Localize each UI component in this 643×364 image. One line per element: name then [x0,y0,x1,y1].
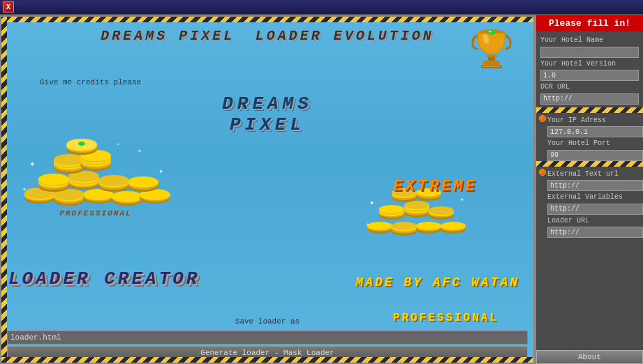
svg-point-74 [392,222,417,230]
svg-point-80 [441,222,466,230]
svg-point-77 [416,222,441,230]
title-loader-evo: LOADER EVOLUTION [256,28,434,44]
svg-text:✦: ✦ [29,158,36,169]
svg-point-22 [112,191,142,202]
svg-point-61 [78,142,85,146]
section-hotel: Your Hotel Name Your Hotel Version DCR U… [536,31,643,107]
ip-address-input[interactable] [547,126,643,137]
ip-fields: Your IP Adress Your Hotel Port [546,114,643,161]
hotel-version-label: Your Hotel Version [540,60,639,68]
section-dot-external [539,169,546,176]
section-dot-ip [539,115,546,122]
hotel-port-input[interactable] [547,150,643,161]
hotel-version-input[interactable] [540,70,639,81]
header-area: DREAMS PIXEL LOADER EVOLUTION [36,28,498,44]
svg-point-70 [367,222,392,230]
svg-point-40 [98,175,129,186]
stripe-border-bottom [1,357,533,363]
svg-point-43 [128,176,158,188]
svg-rect-6 [483,61,500,65]
hotel-name-label: Your Hotel Name [540,36,639,44]
hotel-port-label: Your Hotel Port [547,139,643,147]
section-external: External Text url External Variables Loa… [536,167,643,238]
svg-rect-8 [482,66,501,67]
svg-point-3 [489,31,492,33]
external-vars-input[interactable] [547,204,643,215]
close-button[interactable]: X [3,1,14,13]
stripe-divider-2 [536,161,643,167]
spacer [536,238,643,350]
dcr-url-label: DCR URL [540,83,639,91]
svg-text:✦: ✦ [138,147,142,155]
filename-input-area [7,331,528,344]
svg-point-95 [429,206,454,215]
save-label: Save loader as [235,317,300,326]
stripe-divider-1 [536,107,643,113]
svg-point-2 [488,29,495,35]
dcr-url-input[interactable] [540,93,639,105]
extreme-text: EXTREME [394,178,478,195]
external-text-input[interactable] [547,180,643,191]
loader-filename-input[interactable] [7,331,528,344]
svg-text:✦: ✦ [22,185,27,193]
right-panel: Please fill in! Your Hotel Name Your Hot… [535,15,643,364]
loader-url-label: Loader URL [547,217,643,225]
loader-url-input[interactable] [547,227,643,238]
panel-header: Please fill in! [536,15,643,31]
hotel-name-input[interactable] [540,47,639,58]
made-by-text: MADE BY AFC WATAN [355,275,519,289]
main-container: DREAMS PIXEL LOADER EVOLUTION Give me cr… [0,15,643,364]
ip-address-label: Your IP Adress [547,116,643,124]
svg-point-85 [379,205,404,213]
external-fields: External Text url External Variables Loa… [546,168,643,238]
external-text-label: External Text url [547,170,643,178]
title-dreams-pixel: DREAMS PIXEL [101,28,235,44]
svg-point-30 [38,174,69,185]
svg-text:✦: ✦ [158,167,163,176]
loader-creator-text: LOADER CREATOR [8,268,200,289]
title-bar: X [0,0,643,15]
center-dreams: DREAMS [222,93,313,114]
external-vars-label: External Variables [547,193,643,201]
svg-rect-5 [486,55,497,57]
stripe-border-left [1,17,7,363]
content-area: DREAMS PIXEL LOADER EVOLUTION Give me cr… [0,15,535,364]
svg-text:✦: ✦ [369,198,374,208]
svg-text:PROFESSIONAL: PROFESSIONAL [59,209,131,218]
section-ip: Your IP Adress Your Hotel Port [536,113,643,161]
svg-text:✦: ✦ [460,196,464,204]
professional-bottom-text: PROFESSIONAL [393,312,498,324]
about-button[interactable]: About [536,350,643,364]
center-title: DREAMS PIXEL [222,93,313,135]
svg-point-91 [404,201,429,209]
left-coin-pile: ✦ ✦ ✦ ✦ ✦ PROFESSIONAL [19,83,172,226]
center-pixel: PIXEL [222,114,313,135]
stripe-border-top [1,17,533,22]
svg-text:✦: ✦ [117,141,120,147]
svg-point-49 [54,154,84,165]
svg-text:✦: ✦ [366,221,369,227]
trophy [471,25,512,77]
save-section: Save loader as [235,317,300,328]
